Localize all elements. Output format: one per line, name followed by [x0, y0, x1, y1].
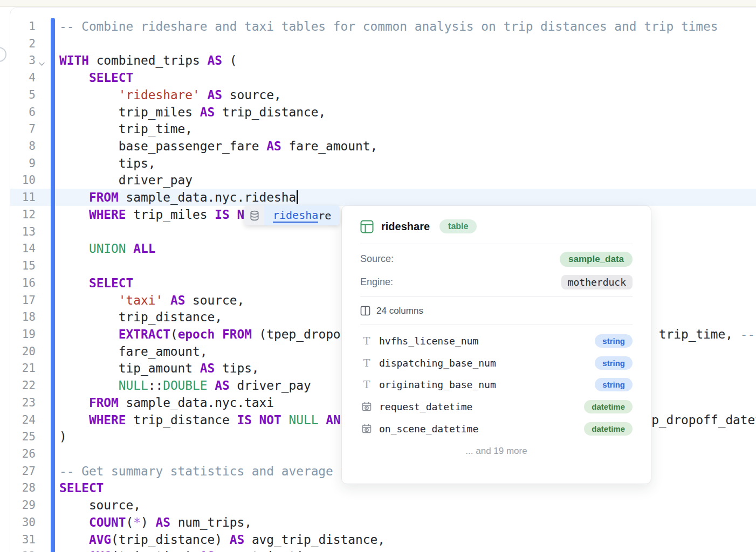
column-type-badge: datetime — [584, 400, 633, 413]
code-line[interactable]: 2 — [10, 35, 756, 52]
code-text: UNION ALL — [59, 240, 155, 257]
engine-label: Engine: — [360, 277, 393, 288]
code-line[interactable]: 30 COUNT(*) AS num_trips, — [10, 514, 756, 531]
code-text: source, — [59, 496, 141, 514]
code-line[interactable]: 9 tips, — [10, 155, 756, 172]
code-text: SELECT — [59, 274, 133, 292]
code-text: AVG(trip_time) AS avg_trip_time, — [59, 548, 326, 552]
source-row: Source: sample_data — [360, 247, 633, 271]
engine-row: Engine: motherduck — [360, 271, 633, 294]
columns-icon — [360, 306, 370, 316]
code-text: AVG(trip_distance) AS avg_trip_distance, — [59, 531, 385, 548]
line-number: 2 — [10, 35, 36, 52]
column-type-badge: string — [595, 334, 633, 348]
columns-count-label: 24 columns — [376, 306, 423, 316]
code-text: 'rideshare' AS source, — [59, 86, 281, 104]
source-label: Source: — [360, 253, 394, 265]
datetime-type-icon — [360, 401, 373, 412]
line-number: 15 — [10, 257, 36, 274]
column-name: request_datetime — [379, 401, 584, 412]
column-name: dispatching_base_num — [379, 357, 595, 369]
line-number: 31 — [10, 531, 36, 548]
line-number: 10 — [10, 171, 36, 189]
code-text: SELECT — [59, 69, 133, 86]
line-number: 23 — [10, 394, 36, 411]
code-line[interactable]: 31 AVG(trip_distance) AS avg_trip_distan… — [10, 531, 756, 548]
text-type-icon: T — [360, 336, 373, 346]
gutter-change-bar — [51, 18, 55, 552]
line-number: 17 — [10, 292, 36, 309]
code-text: fare_amount, — [59, 343, 208, 360]
line-number: 9 — [10, 155, 36, 172]
code-text: NULL::DOUBLE AS driver_pay — [59, 377, 311, 394]
line-number: 11 — [10, 189, 36, 206]
line-number: 4 — [10, 69, 36, 86]
code-line[interactable]: 7 trip_time, — [10, 120, 756, 137]
code-text: base_passenger_fare AS fare_amount, — [59, 137, 377, 155]
top-chrome-strip — [0, 0, 756, 7]
code-line[interactable]: 8 base_passenger_fare AS fare_amount, — [10, 137, 756, 155]
column-type-badge: datetime — [584, 422, 633, 436]
text-cursor — [297, 190, 298, 204]
code-text: trip_time, — [59, 120, 193, 137]
line-number: 27 — [10, 463, 36, 480]
code-line[interactable]: 1-- Combine rideshare and taxi tables fo… — [10, 18, 756, 35]
source-badge: sample_data — [560, 252, 633, 267]
code-text: driver_pay — [59, 171, 193, 189]
code-text: FROM sample_data.nyc.taxi — [59, 394, 274, 411]
line-number: 8 — [10, 137, 36, 155]
code-text: tip_amount AS tips, — [59, 360, 259, 377]
sql-editor-screen: 1-- Combine rideshare and taxi tables fo… — [0, 0, 756, 552]
column-row: Toriginating_base_numstring — [360, 374, 633, 396]
code-line[interactable]: 10 driver_pay — [10, 171, 756, 189]
line-number: 24 — [10, 411, 36, 429]
line-number: 16 — [10, 274, 36, 292]
column-row: Tdispatching_base_numstring — [360, 352, 633, 374]
line-number: 1 — [10, 18, 36, 35]
code-line[interactable]: 3WITH combined_trips AS ( — [10, 52, 756, 69]
code-line[interactable]: 4 SELECT — [10, 69, 756, 86]
table-info-tooltip: rideshare table Source: sample_data Engi… — [341, 205, 651, 484]
fold-chevron-icon[interactable] — [38, 58, 45, 63]
database-icon — [244, 205, 264, 225]
code-text: tips, — [59, 155, 155, 172]
column-name: on_scene_datetime — [379, 423, 584, 434]
code-line[interactable]: 32 AVG(trip_time) AS avg_trip_time, — [10, 548, 756, 552]
line-number: 6 — [10, 104, 36, 121]
line-number: 3 — [10, 52, 36, 69]
line-number: 20 — [10, 343, 36, 360]
code-text: WITH combined_trips AS ( — [59, 52, 237, 69]
code-line[interactable]: 29 source, — [10, 496, 756, 514]
code-text: ) — [59, 428, 67, 445]
column-name: hvfhs_license_num — [379, 335, 595, 347]
line-number: 7 — [10, 120, 36, 137]
line-number: 22 — [10, 377, 36, 394]
autocomplete-popup[interactable]: rideshare — [244, 205, 340, 225]
divider — [360, 244, 633, 244]
suggestion-matched-text: ridesha — [273, 209, 318, 223]
column-row: Thvfhs_license_numstring — [360, 330, 633, 352]
code-text: SELECT — [59, 479, 104, 496]
table-name: rideshare — [381, 220, 430, 233]
column-type-badge: string — [595, 378, 633, 391]
code-line[interactable]: 5 'rideshare' AS source, — [10, 86, 756, 104]
line-number: 21 — [10, 360, 36, 377]
line-number: 30 — [10, 514, 36, 531]
table-icon — [360, 220, 374, 233]
columns-list: Thvfhs_license_numstringTdispatching_bas… — [360, 325, 633, 439]
table-type-badge: table — [439, 219, 477, 233]
column-type-badge: string — [595, 356, 633, 370]
line-number: 18 — [10, 308, 36, 326]
line-number: 32 — [10, 548, 36, 552]
column-name: originating_base_num — [379, 379, 595, 390]
code-text: trip_miles AS trip_distance, — [59, 104, 326, 121]
text-type-icon: T — [360, 358, 373, 368]
line-number: 13 — [10, 223, 36, 240]
engine-badge: motherduck — [561, 275, 633, 289]
code-text: -- Combine rideshare and taxi tables for… — [59, 18, 718, 35]
line-number: 12 — [10, 206, 36, 223]
code-line[interactable]: 11 FROM sample_data.nyc.ridesha — [10, 189, 756, 206]
autocomplete-suggestion[interactable]: rideshare — [264, 205, 340, 225]
code-line[interactable]: 6 trip_miles AS trip_distance, — [10, 104, 756, 121]
code-text: 'taxi' AS source, — [59, 292, 244, 309]
